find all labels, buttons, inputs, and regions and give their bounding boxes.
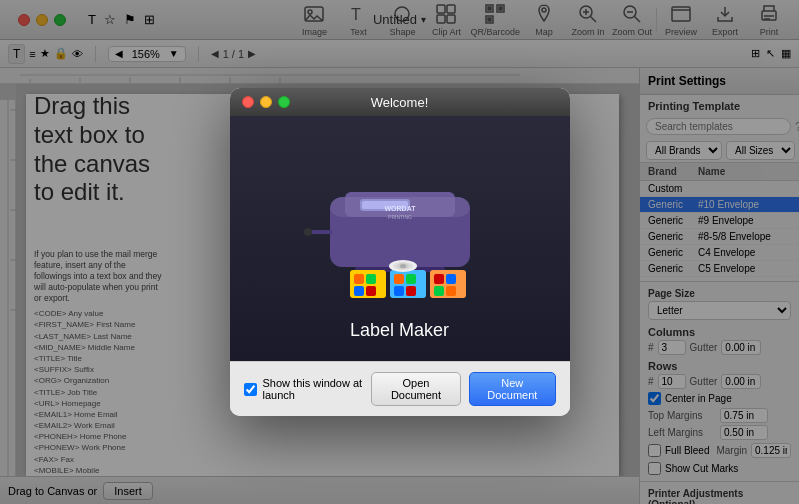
modal-app-name: Label Maker <box>350 320 449 341</box>
svg-rect-55 <box>406 286 416 296</box>
svg-rect-54 <box>394 286 404 296</box>
svg-rect-58 <box>446 274 456 284</box>
new-document-btn[interactable]: New Document <box>469 372 555 406</box>
modal-footer: Show this window at launch Open Document… <box>230 361 570 416</box>
show-at-launch-row: Show this window at launch <box>244 377 371 401</box>
svg-rect-53 <box>406 274 416 284</box>
svg-rect-57 <box>434 274 444 284</box>
open-document-btn[interactable]: Open Document <box>371 372 461 406</box>
svg-rect-47 <box>354 274 364 284</box>
modal-footer-controls: Show this window at launch Open Document… <box>244 372 556 406</box>
show-at-launch-label: Show this window at launch <box>263 377 371 401</box>
svg-rect-50 <box>366 286 376 296</box>
svg-rect-49 <box>354 286 364 296</box>
svg-rect-52 <box>394 274 404 284</box>
modal-overlay[interactable]: Welcome! <box>0 0 799 504</box>
svg-point-68 <box>304 228 312 236</box>
welcome-modal: Welcome! <box>230 88 570 416</box>
app-illustration: WORDAT PRINTING <box>300 132 500 312</box>
svg-rect-69 <box>330 197 470 217</box>
modal-traffic-lights <box>242 96 290 108</box>
modal-body: WORDAT PRINTING Label Maker <box>230 116 570 361</box>
modal-buttons: Open Document New Document <box>371 372 556 406</box>
modal-minimize-btn[interactable] <box>260 96 272 108</box>
svg-rect-59 <box>434 286 444 296</box>
modal-title: Welcome! <box>371 95 429 110</box>
svg-point-64 <box>400 264 406 268</box>
svg-rect-48 <box>366 274 376 284</box>
svg-rect-60 <box>446 286 456 296</box>
show-at-launch-checkbox[interactable] <box>244 383 257 396</box>
modal-zoom-btn[interactable] <box>278 96 290 108</box>
modal-close-btn[interactable] <box>242 96 254 108</box>
modal-titlebar: Welcome! <box>230 88 570 116</box>
